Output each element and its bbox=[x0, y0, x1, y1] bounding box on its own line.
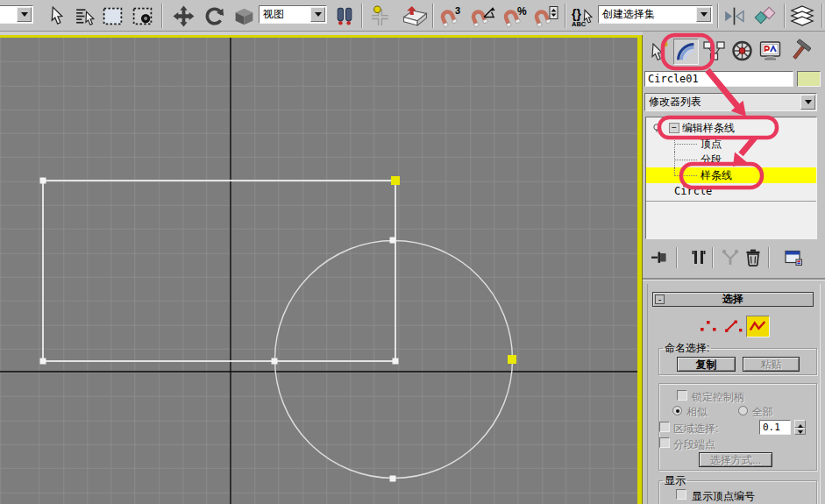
select-and-move-icon[interactable] bbox=[172, 4, 196, 28]
area-selection-label: 区域选择: bbox=[673, 422, 718, 437]
spline-vertices[interactable] bbox=[40, 178, 399, 482]
stack-row-spline[interactable]: 样条线 bbox=[646, 167, 816, 183]
edit-named-selection-sets-icon[interactable]: {}ABC bbox=[570, 4, 596, 28]
display-group-label: 显示 bbox=[663, 473, 687, 488]
viewport-canvas[interactable] bbox=[0, 38, 637, 504]
panel-divider bbox=[643, 278, 825, 280]
lock-handles-checkbox[interactable] bbox=[677, 390, 687, 401]
toolbar-separator bbox=[712, 247, 714, 268]
toolbar-separator bbox=[361, 4, 363, 28]
modifier-list-dropdown[interactable]: 修改器列表 bbox=[644, 93, 817, 111]
configure-modifier-sets-icon[interactable] bbox=[783, 247, 804, 268]
spline-first-vertices[interactable] bbox=[391, 176, 516, 364]
selection-filter-dropdown[interactable] bbox=[0, 5, 33, 24]
remove-modifier-icon[interactable] bbox=[743, 247, 764, 268]
window-crossing-toggle-icon[interactable] bbox=[131, 4, 154, 28]
percent-snap-toggle-icon[interactable]: % bbox=[501, 4, 530, 28]
modifier-enabled-bulb-icon[interactable] bbox=[651, 123, 662, 133]
rectangular-selection-region-icon[interactable] bbox=[101, 4, 124, 28]
spinner-snap-toggle-icon[interactable] bbox=[532, 4, 560, 28]
selection-rollout-header[interactable]: - 选择 bbox=[652, 292, 814, 307]
modifier-stack: − 编辑样条线 顶点 分段 样条线 Circle bbox=[645, 117, 817, 239]
dropdown-arrow-icon[interactable] bbox=[800, 95, 815, 110]
reference-coordinate-system-dropdown[interactable]: 视图 bbox=[259, 5, 327, 24]
stack-row-circle[interactable]: Circle bbox=[646, 183, 816, 199]
layer-manager-icon[interactable] bbox=[788, 4, 816, 28]
object-name-field[interactable]: Circle01 bbox=[644, 71, 793, 87]
select-and-rotate-icon[interactable] bbox=[203, 4, 226, 28]
rollout-collapse-button[interactable]: - bbox=[655, 295, 665, 304]
segment-end-checkbox[interactable] bbox=[659, 437, 670, 448]
all-label: 全部 bbox=[752, 405, 773, 420]
select-and-uniform-scale-icon[interactable] bbox=[232, 4, 256, 28]
alike-radio[interactable] bbox=[672, 406, 682, 415]
stack-row-segment[interactable]: 分段 bbox=[646, 152, 816, 167]
select-object-icon[interactable] bbox=[46, 4, 69, 28]
selection-rollout-title: 选择 bbox=[722, 293, 743, 305]
command-panel: Circle01 修改器列表 − 编辑样条线 顶点 分段 样条线 Circle bbox=[643, 32, 825, 504]
named-selections-label: 命名选择: bbox=[663, 341, 711, 356]
toolbar-separator bbox=[432, 4, 434, 28]
dropdown-arrow-icon[interactable] bbox=[696, 7, 711, 22]
area-selection-checkbox[interactable] bbox=[659, 422, 670, 432]
main-toolbar: 视图 3 % {}ABC 创建选择集 bbox=[0, 0, 825, 32]
segment-end-label: 分段端点 bbox=[673, 437, 715, 452]
align-icon[interactable] bbox=[753, 4, 777, 28]
spinner-down-icon[interactable] bbox=[794, 428, 806, 436]
toolbar-separator bbox=[676, 247, 678, 268]
use-pivot-point-center-icon[interactable] bbox=[332, 4, 356, 28]
mirror-icon[interactable] bbox=[722, 4, 746, 28]
stack-toolbar bbox=[643, 245, 825, 272]
vertex-subobject-icon[interactable] bbox=[696, 316, 720, 337]
tab-utilities[interactable] bbox=[787, 39, 813, 65]
svg-text:3: 3 bbox=[455, 5, 460, 16]
show-vertex-numbers-label: 显示顶点编号 bbox=[692, 489, 755, 504]
dropdown-arrow-icon[interactable] bbox=[310, 7, 325, 22]
spinner-up-icon[interactable] bbox=[794, 420, 806, 428]
svg-text:{}: {} bbox=[572, 7, 581, 21]
select-by-name-icon[interactable] bbox=[74, 4, 97, 28]
rollout-container: - 选择 命名选择: 复制 粘贴 锁定控制柄 相似 全部 区域选择: 0.1 分… bbox=[647, 284, 821, 504]
rectangle-spline[interactable] bbox=[43, 181, 395, 361]
show-end-result-icon[interactable] bbox=[688, 247, 709, 268]
tab-modify[interactable] bbox=[673, 39, 699, 65]
toolbar-separator bbox=[161, 4, 163, 28]
copy-named-selection-button[interactable]: 复制 bbox=[677, 357, 736, 372]
area-threshold-field[interactable]: 0.1 bbox=[759, 420, 791, 435]
select-by-button[interactable]: 选择方式... bbox=[699, 452, 772, 467]
area-threshold-spinner[interactable] bbox=[794, 420, 806, 435]
alike-label: 相似 bbox=[686, 405, 708, 420]
make-unique-icon[interactable] bbox=[720, 247, 741, 268]
lock-handles-label: 锁定控制柄 bbox=[692, 390, 744, 405]
dropdown-arrow-icon[interactable] bbox=[17, 7, 32, 22]
toolbar-separator bbox=[821, 4, 823, 28]
segment-subobject-icon[interactable] bbox=[722, 316, 745, 337]
tab-motion[interactable] bbox=[729, 39, 755, 65]
tab-display[interactable] bbox=[757, 39, 783, 65]
angle-snap-toggle-icon[interactable] bbox=[469, 4, 497, 28]
toolbar-separator bbox=[717, 4, 719, 28]
stack-row-vertex[interactable]: 顶点 bbox=[646, 136, 816, 152]
pin-stack-icon[interactable] bbox=[650, 247, 671, 268]
toolbar-separator bbox=[565, 4, 566, 28]
select-and-manipulate-icon[interactable] bbox=[368, 4, 392, 28]
object-color-swatch[interactable] bbox=[797, 71, 821, 87]
named-selection-set-dropdown[interactable]: 创建选择集 bbox=[598, 5, 713, 24]
show-vertex-numbers-checkbox[interactable] bbox=[676, 489, 686, 500]
viewport-top bbox=[0, 32, 643, 504]
spline-subobject-icon[interactable] bbox=[746, 316, 770, 337]
svg-text:%: % bbox=[517, 5, 527, 18]
tab-create[interactable] bbox=[646, 39, 672, 65]
tab-hierarchy[interactable] bbox=[701, 39, 727, 65]
keyboard-shortcut-override-icon[interactable] bbox=[400, 4, 430, 28]
toolbar-separator bbox=[768, 247, 770, 268]
paste-named-selection-button[interactable]: 粘贴 bbox=[743, 357, 800, 372]
snap-toggle-3d-icon[interactable]: 3 bbox=[437, 4, 464, 28]
stack-row-edit-spline[interactable]: − 编辑样条线 bbox=[646, 120, 816, 136]
stack-base-divider bbox=[646, 201, 816, 202]
all-radio[interactable] bbox=[738, 406, 748, 415]
toolbar-separator bbox=[784, 4, 786, 28]
collapse-box-icon[interactable]: − bbox=[669, 123, 679, 133]
